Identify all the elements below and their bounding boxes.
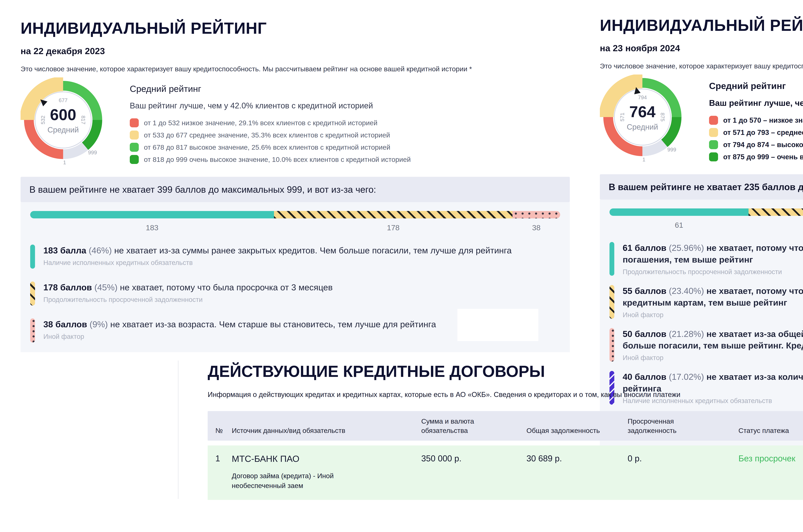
table-column-header: Просроченная задолженность <box>628 417 739 435</box>
reason-factor-label: Иной фактор <box>623 354 803 362</box>
redaction-box <box>457 309 538 341</box>
deficit-factors: 18317838 183 балла (46%) не хватает из-з… <box>21 202 570 352</box>
reason-title: 61 баллов (25.96%) не хватает, потому чт… <box>623 242 803 265</box>
legend-item-label: от 1 до 570 – низкое значение, 30.08% вс… <box>723 116 803 124</box>
table-column-header: № <box>208 426 232 435</box>
reason-percent: (45%) <box>94 283 120 292</box>
reason-pattern-icon <box>30 319 35 343</box>
deficit-bar-value: 55 <box>749 221 803 229</box>
reason-points: 55 баллов <box>623 286 669 296</box>
reason-body: 183 балла (46%) не хватает из-за суммы р… <box>43 245 512 269</box>
reason-percent: (21.28%) <box>669 329 706 339</box>
table-column-header: Источник данных/вид обязательств <box>232 426 421 435</box>
rating-category: Средний <box>627 122 658 131</box>
reason-pattern-icon <box>610 285 614 319</box>
deficit-bar-segment <box>274 211 513 218</box>
rating-gauge: 1532677817999 600 Средний <box>21 77 106 163</box>
reason-points: 38 баллов <box>43 319 90 329</box>
deficit-bar-labels: 6155504029 <box>610 221 803 229</box>
table-column-header-text: Просроченная задолженность <box>628 417 698 435</box>
legend-title: Средний рейтинг <box>130 83 411 94</box>
legend-item-label: от 794 до 874 – высокое значение, 29.75%… <box>723 141 803 149</box>
deficit-bar <box>610 208 803 216</box>
reason-title: 183 балла (46%) не хватает из-за суммы р… <box>43 245 512 256</box>
legend-swatch-icon <box>130 143 139 152</box>
reason-text: не хватает, потому что была просрочка от… <box>120 283 333 292</box>
reason-body: 38 баллов (9%) не хватает из-за возраста… <box>43 319 436 343</box>
table-row: 1МТС-БАНК ПАОДоговор займа (кредита) - И… <box>208 445 803 500</box>
rating-gauge: 1571794875999 764 Средний <box>600 75 685 159</box>
deficit-bar-segment <box>749 208 803 216</box>
legend-item-label: от 818 до 999 очень высокое значение, 10… <box>144 156 411 164</box>
deficit-reason: 183 балла (46%) не хватает из-за суммы р… <box>30 245 560 269</box>
deficit-bar-segment <box>610 208 749 216</box>
report-date: на 22 декабря 2023 <box>21 46 570 56</box>
deficit-bar-value: 183 <box>30 223 274 232</box>
row-source: МТС-БАНК ПАОДоговор займа (кредита) - Ин… <box>232 454 421 491</box>
legend-swatch-icon <box>709 152 718 162</box>
report-subtitle: Это числовое значение, которое характери… <box>21 65 570 73</box>
reason-factor-label: Продолжительность просроченной задолженн… <box>623 268 803 276</box>
row-number: 1 <box>208 454 232 463</box>
reason-factor-label: Наличие исполненных кредитных обязательс… <box>43 259 512 267</box>
payment-status-badge: Без просрочек <box>739 454 803 463</box>
active-contracts-section: ДЕЙСТВУЮЩИЕ КРЕДИТНЫЕ ДОГОВОРЫ Информаци… <box>208 362 803 500</box>
row-overdue-debt: 0 р. <box>628 454 739 463</box>
table-column-header: Сумма и валюта обязательства <box>421 417 527 435</box>
reason-points: 61 баллов <box>623 243 669 252</box>
legend-summary: Ваш рейтинг лучше, чем у 42.0% клиентов … <box>130 101 411 110</box>
legend-swatch-icon <box>709 128 718 137</box>
report-subtitle: Это числовое значение, которое характери… <box>600 62 803 70</box>
legend-item-label: от 533 до 677 среднее значение, 35.3% вс… <box>144 131 390 139</box>
legend-title: Средний рейтинг <box>709 81 803 91</box>
legend-item-label: от 1 до 532 низкое значение, 29.1% всех … <box>144 119 377 127</box>
obligation-type: Договор займа (кредита) - Иной необеспеч… <box>232 471 389 491</box>
legend-item: от 1 до 532 низкое значение, 29.1% всех … <box>130 118 411 127</box>
legend-item-label: от 571 до 793 – среднее значение, 29.87%… <box>723 129 803 136</box>
report-date: на 23 ноября 2024 <box>600 43 803 53</box>
reason-points: 178 баллов <box>43 283 94 292</box>
deficit-intro: В вашем рейтинге не хватает 399 баллов д… <box>21 177 570 202</box>
rating-legend: Средний рейтинг Ваш рейтинг лучше, чем у… <box>709 81 803 165</box>
reason-title: 55 баллов (23.40%) не хватает, потому чт… <box>623 285 803 308</box>
deficit-bar-segment <box>30 211 274 218</box>
reason-factor-label: Иной фактор <box>623 311 803 319</box>
legend-item: от 794 до 874 – высокое значение, 29.75%… <box>709 140 803 149</box>
legend-item: от 571 до 793 – среднее значение, 29.87%… <box>709 128 803 137</box>
legend-item: от 533 до 677 среднее значение, 35.3% вс… <box>130 131 411 139</box>
page-title: ИНДИВИДУАЛЬНЫЙ РЕЙТИНГ <box>600 16 803 35</box>
deficit-bar-value: 38 <box>513 223 560 232</box>
legend-item: от 678 до 817 высокое значение, 25.6% вс… <box>130 143 411 152</box>
reason-points: 50 баллов <box>623 329 669 339</box>
deficit-bar-labels: 18317838 <box>30 223 560 232</box>
contracts-title: ДЕЙСТВУЮЩИЕ КРЕДИТНЫЕ ДОГОВОРЫ <box>208 362 803 381</box>
table-body: 1МТС-БАНК ПАОДоговор займа (кредита) - И… <box>208 445 803 500</box>
reason-percent: (25.96%) <box>669 243 706 252</box>
deficit-bar-segment <box>513 211 560 218</box>
section-divider <box>178 361 178 499</box>
deficit-reason: 50 баллов (21.28%) не хватает из-за обще… <box>610 328 803 362</box>
reason-percent: (9%) <box>90 319 110 329</box>
legend-summary: Ваш рейтинг лучше, чем у 52.74% клиентов… <box>709 98 803 108</box>
deficit-reason: 178 баллов (45%) не хватает, потому что … <box>30 282 560 306</box>
reason-pattern-icon <box>610 242 614 276</box>
legend-swatch-icon <box>709 116 718 125</box>
deficit-intro: В вашем рейтинге не хватает 235 баллов д… <box>600 174 803 200</box>
deficit-reason: 55 баллов (23.40%) не хватает, потому чт… <box>610 285 803 319</box>
reason-pattern-icon <box>610 328 614 362</box>
reason-body: 61 баллов (25.96%) не хватает, потому чт… <box>623 242 803 276</box>
reason-points: 183 балла <box>43 246 89 255</box>
legend-swatch-icon <box>709 140 718 149</box>
legend-item-label: от 875 до 999 – очень высокое значение, … <box>723 153 803 161</box>
legend-swatch-icon <box>130 155 139 164</box>
reason-text: не хватает из-за суммы ранее закрытых кр… <box>114 246 512 255</box>
reason-factor-label: Продолжительность просроченной задолженн… <box>43 296 332 304</box>
legend-item: от 875 до 999 – очень высокое значение, … <box>709 152 803 162</box>
reason-text: не хватает из-за возраста. Чем старше вы… <box>110 319 436 329</box>
credit-report-page: { "left_report": { "title": "ИНДИВИДУАЛЬ… <box>0 0 803 532</box>
reason-body: 178 баллов (45%) не хватает, потому что … <box>43 282 332 306</box>
table-column-header-text: № <box>215 427 223 434</box>
gauge-center: 764 Средний <box>600 75 685 159</box>
reason-title: 178 баллов (45%) не хватает, потому что … <box>43 282 332 293</box>
legend-items: от 1 до 532 низкое значение, 29.1% всех … <box>130 118 411 164</box>
